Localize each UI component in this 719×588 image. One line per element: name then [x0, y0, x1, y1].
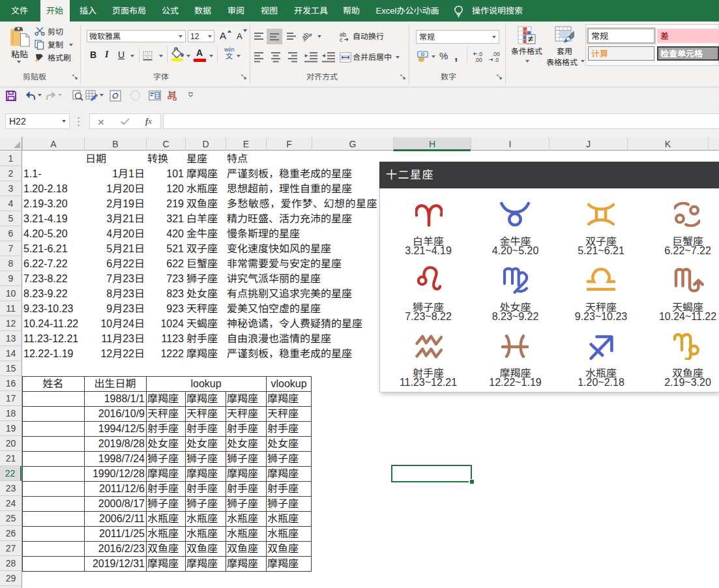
- svg-text:.00: .00: [475, 57, 482, 63]
- svg-text:.0: .0: [494, 57, 499, 63]
- svg-text:c: c: [340, 37, 343, 42]
- svg-text:ab: ab: [302, 31, 310, 41]
